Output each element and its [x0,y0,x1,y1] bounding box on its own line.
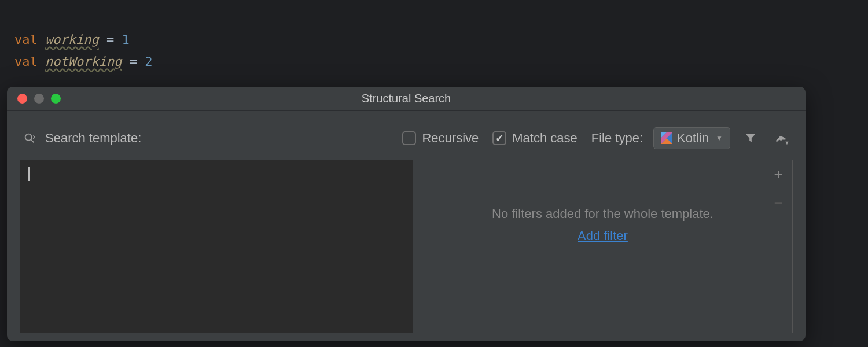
checkbox-box[interactable] [402,131,416,145]
svg-point-0 [25,134,32,141]
panels: + − No filters added for the whole templ… [20,160,793,333]
code-line: val working = 1 [14,29,868,51]
filetype-dropdown[interactable]: Kotlin ▼ [653,127,730,149]
variable-name: notWorking [45,54,122,69]
kotlin-icon [661,132,672,144]
titlebar[interactable]: Structural Search [7,87,806,111]
editor-pane[interactable]: val working = 1 val notWorking = 2 [0,0,868,73]
add-filter-link[interactable]: Add filter [578,228,628,243]
operator: = [106,32,114,47]
number-literal: 1 [122,32,129,47]
search-template-label: Search template: [45,131,141,146]
match-case-label: Match case [512,131,578,146]
operator: = [130,54,137,69]
toolbar: Search template: Recursive Match case Fi… [7,111,806,160]
svg-line-1 [31,140,34,143]
window-controls [7,94,61,104]
filetype-label: File type: [591,131,643,146]
chevron-down-icon: ▼ [716,134,723,142]
search-icon[interactable] [23,132,36,145]
search-template-input[interactable] [20,160,413,333]
checkbox-box[interactable] [492,131,506,145]
code-line: val notWorking = 2 [14,51,868,73]
filters-panel: + − No filters added for the whole templ… [413,160,793,333]
number-literal: 2 [145,54,152,69]
add-filter-button[interactable]: + [770,166,786,182]
filters-empty-text: No filters added for the whole template. [492,206,713,222]
filetype-value: Kotlin [677,131,709,146]
minimize-window-button[interactable] [34,94,44,104]
recursive-checkbox[interactable]: Recursive [402,131,479,146]
maximize-window-button[interactable] [51,94,61,104]
dialog-title: Structural Search [7,92,806,105]
structural-search-dialog: Structural Search Search template: Recur… [7,87,806,341]
keyword: val [14,54,38,69]
filter-button[interactable] [740,127,762,149]
text-cursor [28,167,30,181]
variable-name: working [45,32,99,47]
recursive-label: Recursive [422,131,479,146]
remove-filter-button[interactable]: − [770,195,786,211]
tools-button[interactable]: ▼ [771,127,793,149]
close-window-button[interactable] [17,94,27,104]
filter-side-buttons: + − [770,166,786,211]
match-case-checkbox[interactable]: Match case [492,131,578,146]
keyword: val [14,32,38,47]
